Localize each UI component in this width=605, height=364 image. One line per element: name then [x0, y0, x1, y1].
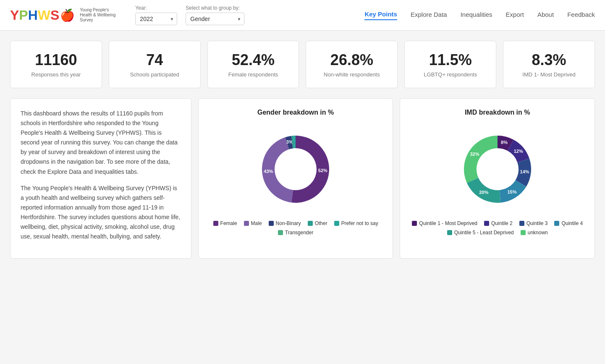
logo-text: Y P H W S 🍎	[10, 8, 75, 23]
legend-item: Female	[213, 220, 237, 226]
legend-color-dot	[278, 230, 283, 235]
legend-color-dot	[269, 221, 274, 226]
legend-color-dot	[308, 221, 313, 226]
logo-p: P	[19, 8, 28, 23]
imd-chart-title: IMD breakdown in %	[410, 109, 584, 116]
legend-label: unknown	[528, 230, 548, 236]
nav-export[interactable]: Export	[506, 11, 524, 20]
gender-donut-chart: 52%43%3%	[249, 123, 342, 215]
legend-label: Female	[220, 220, 237, 226]
stat-label: LGBTQ+ respondents	[413, 71, 487, 78]
text-panel: This dashboard shows the results of 1116…	[10, 98, 191, 259]
legend-item: Prefer not to say	[334, 220, 378, 226]
dropdowns-area: Year: 2022 2021 2020 ▼ Select what to gr…	[135, 5, 244, 25]
text-para1: This dashboard shows the results of 1116…	[21, 109, 181, 177]
stat-card: 74 Schools participated	[109, 41, 201, 88]
donut-label: 15%	[507, 189, 516, 194]
nav-links: Key Points Explore Data Inequalities Exp…	[364, 10, 595, 20]
imd-donut-chart: 8%12%14%15%20%32%	[451, 123, 544, 215]
stat-value: 26.8%	[314, 51, 389, 69]
legend-item: Quintile 1 - Most Deprived	[412, 220, 477, 226]
legend-label: Transgender	[285, 230, 314, 236]
stat-label: Responses this year	[19, 71, 93, 78]
gender-chart-container: 52%43%3% FemaleMaleNon-BinaryOtherPrefer…	[209, 123, 383, 236]
logo-subtitle: Young People's Health & Wellbeing Survey	[80, 8, 122, 23]
stat-value: 11160	[19, 51, 93, 69]
legend-item: unknown	[521, 230, 548, 236]
gender-chart-title: Gender breakdown in %	[209, 109, 383, 116]
main-content: 11160 Responses this year 74 Schools par…	[0, 31, 605, 269]
stat-card: 11.5% LGBTQ+ respondents	[404, 41, 496, 88]
legend-label: Other	[315, 220, 327, 226]
legend-label: Male	[251, 220, 262, 226]
legend-item: Male	[244, 220, 262, 226]
stat-label: Female respondents	[216, 71, 291, 78]
panels-row: This dashboard shows the results of 1116…	[10, 98, 595, 259]
nav-inequalities[interactable]: Inequalities	[461, 11, 492, 20]
nav-explore-data[interactable]: Explore Data	[411, 11, 447, 20]
stats-row: 11160 Responses this year 74 Schools par…	[10, 41, 595, 88]
nav-key-points[interactable]: Key Points	[364, 10, 397, 20]
legend-color-dot	[484, 221, 489, 226]
stat-label: Schools participated	[118, 71, 192, 78]
stat-label: Non-white respondents	[314, 71, 389, 78]
group-dropdown-group: Select what to group by: Gender Ethnicit…	[186, 5, 244, 25]
legend-color-dot	[412, 221, 417, 226]
imd-chart-panel: IMD breakdown in % 8%12%14%15%20%32% Qui…	[400, 98, 595, 259]
group-select[interactable]: Gender Ethnicity IMD	[186, 13, 244, 25]
imd-chart-container: 8%12%14%15%20%32% Quintile 1 - Most Depr…	[410, 123, 584, 236]
legend-color-dot	[554, 221, 559, 226]
stat-value: 74	[118, 51, 192, 69]
donut-segment	[464, 136, 498, 183]
legend-color-dot	[244, 221, 249, 226]
logo: Y P H W S 🍎 Young People's Health & Well…	[10, 8, 122, 23]
nav-about[interactable]: About	[537, 11, 554, 20]
legend-item: Non-Binary	[269, 220, 301, 226]
donut-label: 12%	[513, 149, 523, 154]
year-dropdown-group: Year: 2022 2021 2020 ▼	[135, 5, 177, 25]
donut-label: 14%	[520, 169, 529, 174]
imd-legend: Quintile 1 - Most DeprivedQuintile 2Quin…	[410, 220, 584, 236]
legend-color-dot	[447, 230, 452, 235]
nav-feedback[interactable]: Feedback	[567, 11, 595, 20]
stat-card: 8.3% IMD 1- Most Deprived	[503, 41, 595, 88]
legend-item: Quintile 2	[484, 220, 513, 226]
stat-card: 52.4% Female respondents	[207, 41, 299, 88]
legend-label: Quintile 1 - Most Deprived	[419, 220, 477, 226]
legend-label: Quintile 3	[526, 220, 548, 226]
legend-label: Non-Binary	[276, 220, 301, 226]
gender-chart-panel: Gender breakdown in % 52%43%3% FemaleMal…	[198, 98, 393, 259]
legend-color-dot	[521, 230, 526, 235]
stat-card: 26.8% Non-white respondents	[306, 41, 398, 88]
logo-y: Y	[10, 8, 19, 23]
legend-item: Quintile 5 - Least Deprived	[447, 230, 514, 236]
logo-apple-icon: 🍎	[60, 8, 75, 22]
year-label: Year:	[135, 5, 177, 11]
stat-value: 8.3%	[512, 51, 586, 69]
year-dropdown-wrapper: 2022 2021 2020 ▼	[135, 13, 177, 25]
donut-label: 32%	[470, 152, 479, 157]
legend-item: Other	[308, 220, 327, 226]
legend-item: Quintile 3	[519, 220, 548, 226]
gender-legend: FemaleMaleNon-BinaryOtherPrefer not to s…	[209, 220, 383, 236]
logo-s: S	[50, 8, 59, 23]
donut-label: 43%	[264, 169, 273, 174]
legend-label: Quintile 2	[491, 220, 513, 226]
year-select[interactable]: 2022 2021 2020	[135, 13, 177, 25]
donut-label: 20%	[479, 190, 488, 195]
legend-label: Quintile 4	[561, 220, 583, 226]
legend-label: Prefer not to say	[341, 220, 378, 226]
text-para2: The Young People's Health & Wellbeing Su…	[21, 183, 181, 242]
legend-item: Quintile 4	[554, 220, 583, 226]
group-dropdown-wrapper: Gender Ethnicity IMD ▼	[186, 13, 244, 25]
legend-color-dot	[213, 221, 218, 226]
donut-label: 52%	[318, 168, 327, 173]
group-label: Select what to group by:	[186, 5, 244, 11]
legend-color-dot	[334, 221, 339, 226]
legend-item: Transgender	[278, 230, 314, 236]
legend-color-dot	[519, 221, 524, 226]
legend-label: Quintile 5 - Least Deprived	[454, 230, 514, 236]
stat-label: IMD 1- Most Deprived	[512, 71, 586, 78]
stat-value: 11.5%	[413, 51, 487, 69]
stat-card: 11160 Responses this year	[10, 41, 102, 88]
